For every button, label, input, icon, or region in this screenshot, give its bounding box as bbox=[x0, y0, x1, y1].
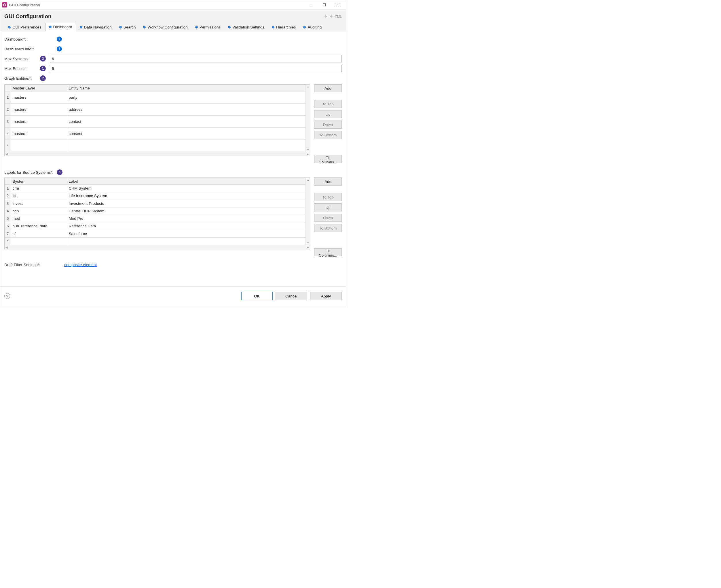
col-entity-name[interactable]: Entity Name bbox=[67, 85, 306, 91]
horizontal-scrollbar[interactable]: ◀▶ bbox=[5, 152, 310, 156]
cell-entity-name[interactable]: consent bbox=[67, 128, 306, 140]
cell-system[interactable]: hub_reference_data bbox=[11, 223, 67, 230]
cell-label[interactable]: Investment Products bbox=[67, 200, 306, 207]
cell-entity-name[interactable]: party bbox=[67, 91, 306, 104]
info-icon[interactable]: i bbox=[57, 46, 62, 51]
row-number: 4 bbox=[5, 128, 11, 140]
down-button[interactable]: Down bbox=[314, 214, 342, 222]
to-top-button[interactable]: To Top bbox=[314, 193, 342, 201]
cell-label[interactable]: Life Insurance System bbox=[67, 192, 306, 200]
max-entities-input[interactable] bbox=[50, 65, 342, 72]
forward-arrow-icon[interactable] bbox=[329, 14, 334, 19]
cell-system[interactable]: crm bbox=[11, 185, 67, 192]
tab-auditing[interactable]: Auditing bbox=[299, 23, 325, 31]
scroll-down-icon[interactable]: ▼ bbox=[306, 148, 310, 152]
tab-hierarchies[interactable]: Hierarchies bbox=[268, 23, 299, 31]
cell-system[interactable]: sf bbox=[11, 230, 67, 237]
ok-button[interactable]: OK bbox=[241, 292, 273, 300]
tab-permissions[interactable]: Permissions bbox=[192, 23, 225, 31]
tab-workflow-configuration[interactable]: Workflow Configuration bbox=[139, 23, 191, 31]
vertical-scrollbar[interactable]: ▲ ▼ bbox=[306, 178, 310, 245]
horizontal-scrollbar[interactable]: ◀▶ bbox=[5, 245, 310, 249]
add-button[interactable]: Add bbox=[314, 177, 342, 186]
scroll-left-icon[interactable]: ◀ bbox=[5, 152, 8, 155]
graph-entities-table[interactable]: Master Layer Entity Name 1mastersparty 2… bbox=[5, 85, 306, 152]
to-bottom-button[interactable]: To Bottom bbox=[314, 131, 342, 139]
cell-master-layer[interactable] bbox=[11, 140, 67, 152]
col-label[interactable]: Label bbox=[67, 178, 306, 185]
cancel-button[interactable]: Cancel bbox=[276, 292, 307, 300]
xml-button[interactable]: XML bbox=[335, 15, 342, 18]
dot-icon bbox=[49, 26, 52, 28]
tab-search[interactable]: Search bbox=[116, 23, 140, 31]
tab-gui-preferences[interactable]: GUI Preferences bbox=[4, 23, 45, 31]
table-row[interactable]: 6hub_reference_dataReference Data bbox=[5, 223, 306, 230]
cell-label[interactable]: CRM System bbox=[67, 185, 306, 192]
table-row[interactable]: 2mastersaddress bbox=[5, 104, 306, 115]
row-number: 1 bbox=[5, 91, 11, 104]
back-arrow-icon[interactable] bbox=[323, 14, 328, 19]
table-row[interactable]: 3masterscontact bbox=[5, 115, 306, 128]
tab-validation-settings[interactable]: Validation Settings bbox=[224, 23, 268, 31]
cell-system[interactable]: life bbox=[11, 192, 67, 200]
row-number: 2 bbox=[5, 104, 11, 115]
scroll-right-icon[interactable]: ▶ bbox=[307, 246, 309, 249]
composite-element-link[interactable]: composite element bbox=[64, 262, 97, 267]
fill-columns-button[interactable]: Fill Columns... bbox=[314, 155, 342, 163]
cell-system[interactable]: med bbox=[11, 215, 67, 223]
scroll-left-icon[interactable]: ◀ bbox=[5, 246, 8, 249]
cell-label[interactable]: Central HCP System bbox=[67, 207, 306, 215]
up-button[interactable]: Up bbox=[314, 110, 342, 118]
minimize-button[interactable] bbox=[304, 1, 318, 9]
cell-master-layer[interactable]: masters bbox=[11, 91, 67, 104]
source-systems-table[interactable]: System Label 1crmCRM System 2lifeLife In… bbox=[5, 178, 306, 245]
scroll-up-icon[interactable]: ▲ bbox=[306, 85, 310, 89]
titlebar: GUI Configuration bbox=[0, 0, 346, 9]
cell-system[interactable]: hcp bbox=[11, 207, 67, 215]
scroll-up-icon[interactable]: ▲ bbox=[306, 178, 310, 182]
tab-dashboard[interactable]: Dashboard bbox=[45, 23, 76, 31]
table-row[interactable]: 1mastersparty bbox=[5, 91, 306, 104]
cell-label[interactable] bbox=[67, 237, 306, 245]
cell-entity-name[interactable] bbox=[67, 140, 306, 152]
table-row[interactable]: 5medMed Pro bbox=[5, 215, 306, 223]
fill-columns-button[interactable]: Fill Columns... bbox=[314, 248, 342, 256]
scroll-right-icon[interactable]: ▶ bbox=[307, 152, 309, 155]
cell-label[interactable]: Med Pro bbox=[67, 215, 306, 223]
table-row[interactable]: 7sfSalesforce bbox=[5, 230, 306, 237]
tab-data-navigation[interactable]: Data Navigation bbox=[76, 23, 116, 31]
cell-label[interactable]: Salesforce bbox=[67, 230, 306, 237]
add-button[interactable]: Add bbox=[314, 84, 342, 92]
up-button[interactable]: Up bbox=[314, 203, 342, 211]
cell-master-layer[interactable]: masters bbox=[11, 104, 67, 115]
cell-system[interactable] bbox=[11, 237, 67, 245]
help-icon[interactable]: ? bbox=[4, 293, 10, 299]
max-systems-input[interactable] bbox=[50, 55, 342, 62]
cell-label[interactable]: Reference Data bbox=[67, 223, 306, 230]
apply-button[interactable]: Apply bbox=[310, 292, 342, 300]
cell-entity-name[interactable]: address bbox=[67, 104, 306, 115]
cell-master-layer[interactable]: masters bbox=[11, 115, 67, 128]
col-master-layer[interactable]: Master Layer bbox=[11, 85, 67, 91]
close-button[interactable] bbox=[331, 1, 344, 9]
col-system[interactable]: System bbox=[11, 178, 67, 185]
to-bottom-button[interactable]: To Bottom bbox=[314, 224, 342, 232]
row-number: 2 bbox=[5, 192, 11, 200]
vertical-scrollbar[interactable]: ▲ ▼ bbox=[306, 85, 310, 152]
table-row[interactable]: 2lifeLife Insurance System bbox=[5, 192, 306, 200]
table-row-blank[interactable]: * bbox=[5, 140, 306, 152]
table-row-blank[interactable]: * bbox=[5, 237, 306, 245]
cell-master-layer[interactable]: masters bbox=[11, 128, 67, 140]
to-top-button[interactable]: To Top bbox=[314, 100, 342, 108]
table-row[interactable]: 4hcpCentral HCP System bbox=[5, 207, 306, 215]
info-icon[interactable]: i bbox=[57, 37, 62, 42]
table-row[interactable]: 3investInvestment Products bbox=[5, 200, 306, 207]
table-row[interactable]: 1crmCRM System bbox=[5, 185, 306, 192]
maximize-button[interactable] bbox=[318, 1, 331, 9]
dot-icon bbox=[80, 26, 82, 28]
scroll-down-icon[interactable]: ▼ bbox=[306, 241, 310, 245]
table-row[interactable]: 4mastersconsent bbox=[5, 128, 306, 140]
cell-entity-name[interactable]: contact bbox=[67, 115, 306, 128]
down-button[interactable]: Down bbox=[314, 121, 342, 129]
cell-system[interactable]: invest bbox=[11, 200, 67, 207]
